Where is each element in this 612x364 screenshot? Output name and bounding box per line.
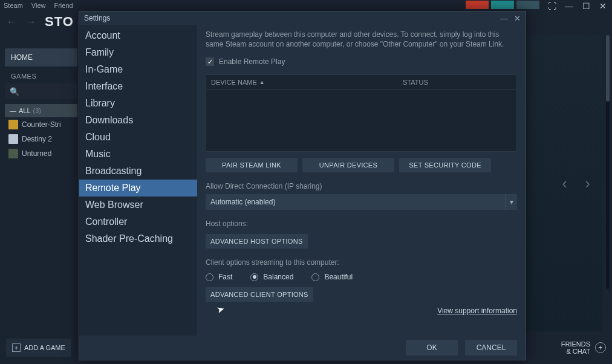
notification-tabs xyxy=(466,1,539,9)
friends-label-1: FRIENDS xyxy=(561,340,590,348)
dialog-minimize-icon[interactable]: — xyxy=(500,14,508,23)
settings-category-library[interactable]: Library xyxy=(79,95,197,112)
carousel-next-icon[interactable]: › xyxy=(585,174,590,193)
client-options-label: Client options streaming to this compute… xyxy=(206,258,517,267)
settings-category-interface[interactable]: Interface xyxy=(79,78,197,95)
cancel-button[interactable]: CANCEL xyxy=(465,340,517,356)
game-icon xyxy=(8,134,18,144)
minimize-icon[interactable]: — xyxy=(564,1,575,11)
back-arrow-icon[interactable]: ← xyxy=(6,16,17,28)
host-options-label: Host options: xyxy=(206,219,517,228)
settings-category-broadcasting[interactable]: Broadcasting xyxy=(79,163,197,180)
direct-connection-label: Allow Direct Connection (IP sharing) xyxy=(206,182,517,190)
chevron-down-icon[interactable]: ▾ xyxy=(505,194,517,210)
library-search-input[interactable]: 🔍 xyxy=(5,83,77,99)
plus-icon: + xyxy=(12,343,21,352)
settings-category-music[interactable]: Music xyxy=(79,146,197,163)
settings-panel-remote-play: Stream gameplay between this computer an… xyxy=(197,25,526,336)
search-icon: 🔍 xyxy=(10,87,19,96)
library-sidebar: HOME GAMES 🔍 — ALL (3) Counter-Stri Dest… xyxy=(5,48,77,161)
dialog-close-icon[interactable]: ✕ xyxy=(514,14,521,23)
settings-category-shader-pre-caching[interactable]: Shader Pre-Caching xyxy=(79,230,197,247)
fullscreen-icon[interactable]: ⛶ xyxy=(547,1,558,11)
advanced-client-options-button[interactable]: ADVANCED CLIENT OPTIONS xyxy=(206,287,313,302)
quality-beautiful[interactable]: Beautiful xyxy=(311,273,353,281)
store-title: STO xyxy=(45,14,74,30)
notification-tab-grey[interactable] xyxy=(516,1,539,9)
radio-icon xyxy=(206,273,213,281)
library-filter-all[interactable]: — ALL (3) xyxy=(5,104,77,117)
game-icon xyxy=(8,120,18,129)
advanced-host-options-button[interactable]: ADVANCED HOST OPTIONS xyxy=(206,234,308,249)
device-table-header: DEVICE NAME ▲ STATUS xyxy=(206,75,516,90)
enable-remote-play-row[interactable]: ✓ Enable Remote Play xyxy=(206,57,517,66)
menu-steam[interactable]: Steam xyxy=(4,2,23,9)
remote-play-description: Stream gameplay between this computer an… xyxy=(206,30,517,49)
game-item-csgo[interactable]: Counter-Stri xyxy=(5,117,77,132)
dialog-footer: OK CANCEL xyxy=(79,336,526,360)
dialog-title: Settings xyxy=(84,14,110,22)
settings-category-web-browser[interactable]: Web Browser xyxy=(79,197,197,213)
settings-category-family[interactable]: Family xyxy=(79,44,197,61)
unpair-devices-button[interactable]: UNPAIR DEVICES xyxy=(302,158,394,172)
direct-connection-value: Automatic (enabled) xyxy=(210,198,275,206)
sidebar-tab-home[interactable]: HOME xyxy=(5,48,77,67)
settings-category-controller[interactable]: Controller xyxy=(79,213,197,230)
quality-balanced[interactable]: Balanced xyxy=(250,273,293,281)
settings-category-account[interactable]: Account xyxy=(79,27,197,44)
forward-arrow-icon[interactable]: → xyxy=(25,16,36,28)
ok-button[interactable]: OK xyxy=(406,340,458,356)
all-label: ALL xyxy=(19,107,31,114)
device-table: DEVICE NAME ▲ STATUS xyxy=(206,74,517,152)
vertical-scrollbar[interactable] xyxy=(606,35,610,289)
game-icon xyxy=(8,149,18,158)
settings-category-cloud[interactable]: Cloud xyxy=(79,129,197,146)
notification-tab-teal[interactable] xyxy=(491,1,514,9)
dialog-titlebar: Settings — ✕ xyxy=(79,11,526,25)
game-label: Destiny 2 xyxy=(22,135,52,143)
scrollbar-thumb[interactable] xyxy=(606,35,610,102)
window-controls: ⛶ — ☐ ✕ xyxy=(547,1,608,11)
game-item-destiny[interactable]: Destiny 2 xyxy=(5,132,77,146)
direct-connection-select[interactable]: Automatic (enabled) ▾ xyxy=(206,194,517,210)
friends-chat-button[interactable]: FRIENDS & CHAT + xyxy=(561,340,606,355)
add-game-label: ADD A GAME xyxy=(24,344,65,351)
quality-fast[interactable]: Fast xyxy=(206,273,232,281)
settings-category-downloads[interactable]: Downloads xyxy=(79,112,197,129)
col-status[interactable]: STATUS xyxy=(403,79,428,86)
game-item-unturned[interactable]: Unturned xyxy=(5,146,77,161)
quality-fast-label: Fast xyxy=(218,273,232,281)
menu-friends[interactable]: Friend xyxy=(54,2,73,9)
quality-balanced-label: Balanced xyxy=(263,273,293,281)
sort-asc-icon: ▲ xyxy=(259,79,265,85)
carousel-prev-icon[interactable]: ‹ xyxy=(562,174,567,193)
col-device-name[interactable]: DEVICE NAME xyxy=(211,79,257,86)
settings-category-remote-play[interactable]: Remote Play xyxy=(79,180,197,197)
sidebar-games-header: GAMES xyxy=(5,69,77,83)
maximize-icon[interactable]: ☐ xyxy=(581,1,591,11)
radio-icon xyxy=(311,273,319,281)
view-support-link[interactable]: View support information xyxy=(437,307,517,315)
game-label: Unturned xyxy=(22,149,51,158)
enable-remote-play-checkbox[interactable]: ✓ xyxy=(206,57,214,66)
settings-dialog: Settings — ✕ AccountFamilyIn-GameInterfa… xyxy=(79,11,526,360)
add-game-button[interactable]: + ADD A GAME xyxy=(6,339,71,357)
radio-icon xyxy=(250,273,258,281)
plus-circle-icon: + xyxy=(595,342,606,353)
close-icon[interactable]: ✕ xyxy=(597,1,608,11)
settings-category-list: AccountFamilyIn-GameInterfaceLibraryDown… xyxy=(79,25,197,336)
settings-category-in-game[interactable]: In-Game xyxy=(79,61,197,78)
all-count: (3) xyxy=(33,107,41,114)
game-label: Counter-Stri xyxy=(22,120,61,129)
notification-tab-red[interactable] xyxy=(466,1,489,9)
friends-label-2: & CHAT xyxy=(561,348,590,355)
collapse-icon: — xyxy=(10,107,16,114)
set-security-code-button[interactable]: SET SECURITY CODE xyxy=(399,158,491,172)
menu-view[interactable]: View xyxy=(31,2,46,9)
enable-remote-play-label: Enable Remote Play xyxy=(219,57,285,66)
quality-beautiful-label: Beautiful xyxy=(324,273,353,281)
quality-radio-group: Fast Balanced Beautiful xyxy=(206,273,517,281)
pair-steam-link-button[interactable]: PAIR STEAM LINK xyxy=(206,158,298,172)
